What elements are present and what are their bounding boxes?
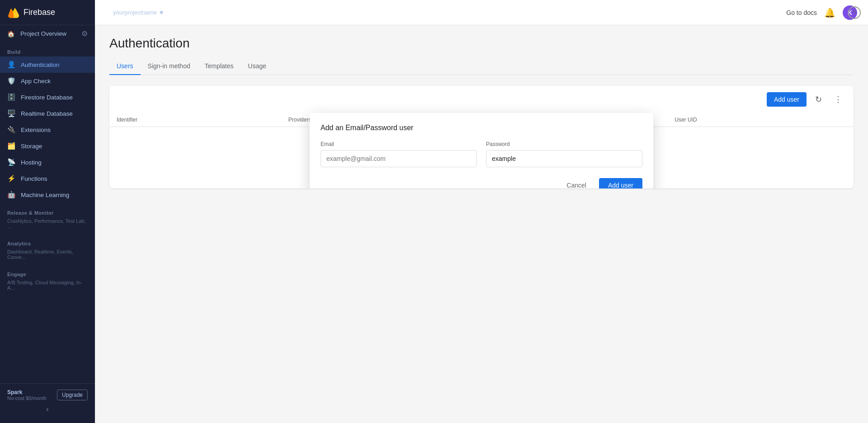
tabs: UsersSign-in methodTemplatesUsage (109, 58, 854, 75)
release-monitor-sub: Crashlytics, Performance, Test Lab, ... (0, 217, 95, 234)
sidebar-nav: 👤 Authentication 🛡️ App Check 🗄️ Firesto… (0, 56, 95, 203)
plan-info: Spark No-cost $0/month (7, 389, 47, 401)
release-monitor-label[interactable]: Release & Monitor (0, 203, 95, 217)
plan-name: Spark (7, 389, 47, 395)
analytics-label[interactable]: Analytics (0, 234, 95, 248)
tab-sign-in-method[interactable]: Sign-in method (141, 58, 198, 75)
project-selector[interactable]: yourprojectname ▾ (106, 3, 170, 23)
build-section-label: Build (0, 42, 95, 56)
password-input[interactable] (486, 150, 642, 167)
topbar: yourprojectname ▾ Go to docs 🔔 K ? (95, 0, 868, 25)
dialog-add-user-button[interactable]: Add user (599, 178, 642, 188)
firebase-logo-text: Firebase (24, 8, 55, 17)
users-card: Add user ↻ ⋮ IdentifierProvidersCreated↓… (109, 86, 854, 188)
sidebar-item-label-firestore-database: Firestore Database (21, 94, 73, 101)
add-user-dialog: Add an Email/Password user Email Passwor… (310, 113, 653, 188)
cancel-button[interactable]: Cancel (559, 178, 594, 188)
sidebar-item-label-extensions: Extensions (21, 127, 51, 133)
email-field-group: Email (321, 141, 477, 167)
email-label: Email (321, 141, 477, 147)
dialog-actions: Cancel Add user (321, 178, 642, 188)
sidebar-item-hosting[interactable]: 📡 Hosting (0, 154, 95, 170)
dialog-overlay: Add an Email/Password user Email Passwor… (109, 86, 854, 188)
sidebar-item-extensions[interactable]: 🔌 Extensions (0, 122, 95, 138)
engage-label[interactable]: Engage (0, 264, 95, 279)
main-content: yourprojectname ▾ Go to docs 🔔 K ? Authe… (95, 0, 868, 423)
password-field-group: Password (486, 141, 642, 167)
firestore-database-icon: 🗄️ (7, 93, 15, 101)
sidebar-item-label-machine-learning: Machine Learning (21, 192, 69, 198)
hosting-icon: 📡 (7, 158, 15, 166)
analytics-sub: Dashboard, Realtime, Events, Conve... (0, 248, 95, 264)
page: Authentication UsersSign-in methodTempla… (95, 25, 868, 423)
sidebar-bottom: Spark No-cost $0/month Upgrade ‹ (0, 383, 95, 423)
sidebar-item-firestore-database[interactable]: 🗄️ Firestore Database (0, 89, 95, 105)
help-button[interactable]: ? (848, 6, 861, 19)
spark-plan: Spark No-cost $0/month Upgrade (7, 389, 88, 401)
collapse-sidebar-button[interactable]: ‹ (7, 401, 88, 418)
go-to-docs-link[interactable]: Go to docs (786, 9, 817, 16)
engage-sub: A/B Testing, Cloud Messaging, In-A... (0, 279, 95, 295)
sidebar-item-authentication[interactable]: 👤 Authentication (0, 56, 95, 73)
project-overview-label: Project Overview (20, 30, 66, 37)
chevron-down-icon: ▾ (160, 8, 163, 17)
dialog-fields: Email Password (321, 141, 642, 167)
gear-icon[interactable]: ⚙ (81, 29, 88, 38)
upgrade-button[interactable]: Upgrade (57, 390, 88, 400)
machine-learning-icon: 🤖 (7, 191, 15, 199)
sidebar-item-app-check[interactable]: 🛡️ App Check (0, 73, 95, 89)
functions-icon: ⚡ (7, 174, 15, 183)
sidebar-item-label-realtime-database: Realtime Database (21, 110, 73, 117)
project-overview-item[interactable]: 🏠 Project Overview ⚙ (0, 25, 95, 42)
sidebar-item-label-authentication: Authentication (21, 61, 60, 68)
sidebar-item-label-functions: Functions (21, 175, 47, 182)
tab-templates[interactable]: Templates (198, 58, 241, 75)
sidebar-item-storage[interactable]: 🗂️ Storage (0, 138, 95, 154)
tab-usage[interactable]: Usage (241, 58, 274, 75)
sidebar: Firebase 🏠 Project Overview ⚙ Build 👤 Au… (0, 0, 95, 423)
sidebar-item-label-hosting: Hosting (21, 159, 42, 166)
storage-icon: 🗂️ (7, 142, 15, 150)
sidebar-item-machine-learning[interactable]: 🤖 Machine Learning (0, 187, 95, 203)
plan-cost: No-cost $0/month (7, 395, 47, 401)
extensions-icon: 🔌 (7, 126, 15, 134)
sidebar-item-label-app-check: App Check (21, 78, 51, 85)
topbar-right: Go to docs 🔔 K ? (786, 5, 857, 20)
sidebar-item-functions[interactable]: ⚡ Functions (0, 170, 95, 187)
project-name: yourprojectname (113, 9, 157, 16)
dialog-title: Add an Email/Password user (321, 124, 642, 132)
home-icon: 🏠 (7, 30, 15, 38)
authentication-icon: 👤 (7, 61, 15, 69)
firebase-logo: Firebase (7, 6, 55, 19)
email-input[interactable] (321, 150, 477, 167)
app-check-icon: 🛡️ (7, 77, 15, 85)
realtime-database-icon: 🖥️ (7, 109, 15, 118)
password-label: Password (486, 141, 642, 147)
firebase-flame-icon (7, 6, 20, 19)
page-title: Authentication (109, 36, 854, 51)
sidebar-item-label-storage: Storage (21, 143, 42, 150)
sidebar-item-realtime-database[interactable]: 🖥️ Realtime Database (0, 105, 95, 122)
notifications-icon[interactable]: 🔔 (824, 7, 835, 18)
sidebar-header: Firebase (0, 0, 95, 25)
tab-users[interactable]: Users (109, 58, 141, 75)
